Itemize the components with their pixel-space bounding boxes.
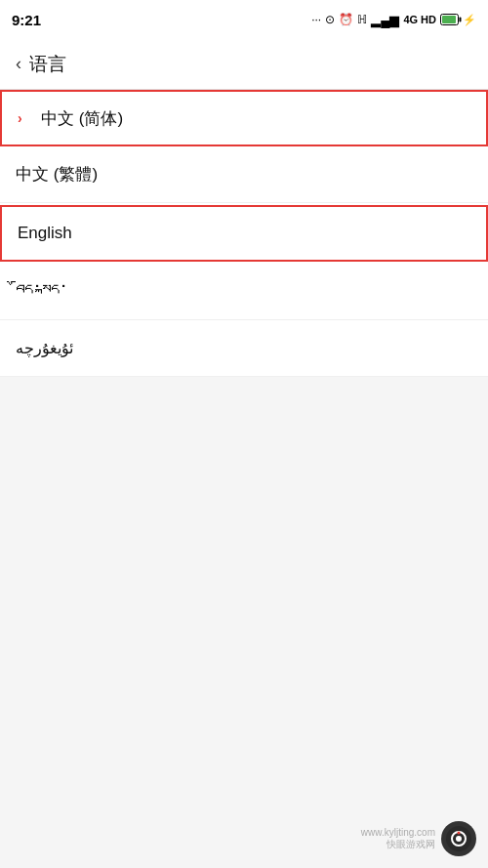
language-item-zh-hant[interactable]: 中文 (繁體) [0, 146, 488, 203]
back-arrow-icon: ‹ [16, 54, 21, 74]
language-label-zh-hans: 中文 (简体) [41, 107, 123, 130]
svg-rect-1 [442, 16, 456, 23]
page-title: 语言 [29, 52, 66, 77]
svg-rect-2 [460, 18, 462, 22]
battery-icon: ⚡ [440, 14, 476, 26]
chevron-right-icon: › [18, 110, 22, 126]
language-label-ug: ئۇيغۇرچە [16, 339, 73, 357]
alarm-icon: ⊙ [325, 13, 335, 26]
status-icons: ··· ⊙ ⏰ ℍ ▂▄▆ 4G HD ⚡ [311, 13, 476, 27]
signal-bars: ▂▄▆ [371, 13, 399, 27]
language-item-bo[interactable]: བོད་སྐད་ [0, 264, 488, 320]
language-item-en[interactable]: English [0, 205, 488, 262]
toolbar: ‹ 语言 [0, 39, 488, 90]
svg-point-5 [456, 836, 462, 842]
watermark-name: 快眼游戏网 [361, 838, 435, 851]
status-bar: 9:21 ··· ⊙ ⏰ ℍ ▂▄▆ 4G HD ⚡ [0, 0, 488, 39]
language-label-bo: བོད་སྐད་ [16, 281, 68, 302]
language-list: › 中文 (简体) 中文 (繁體) English བོད་སྐད་ ئۇيغۇ… [0, 90, 488, 377]
signal-dots: ··· [311, 13, 321, 26]
language-label-zh-hant: 中文 (繁體) [16, 163, 98, 186]
watermark-site: www.kyljting.com [361, 827, 435, 838]
empty-area [0, 377, 488, 868]
status-time: 9:21 [12, 12, 41, 28]
language-item-ug[interactable]: ئۇيغۇرچە [0, 320, 488, 377]
language-item-zh-hans[interactable]: › 中文 (简体) [0, 90, 488, 146]
clock-icon: ⏰ [339, 13, 353, 26]
watermark: www.kyljting.com 快眼游戏网 [361, 821, 476, 856]
network-label: 4G HD [403, 14, 436, 25]
info-icon: ℍ [357, 13, 367, 26]
language-label-en: English [18, 224, 72, 243]
watermark-logo [441, 821, 476, 856]
back-button[interactable]: ‹ [16, 50, 21, 78]
svg-point-6 [458, 832, 461, 835]
